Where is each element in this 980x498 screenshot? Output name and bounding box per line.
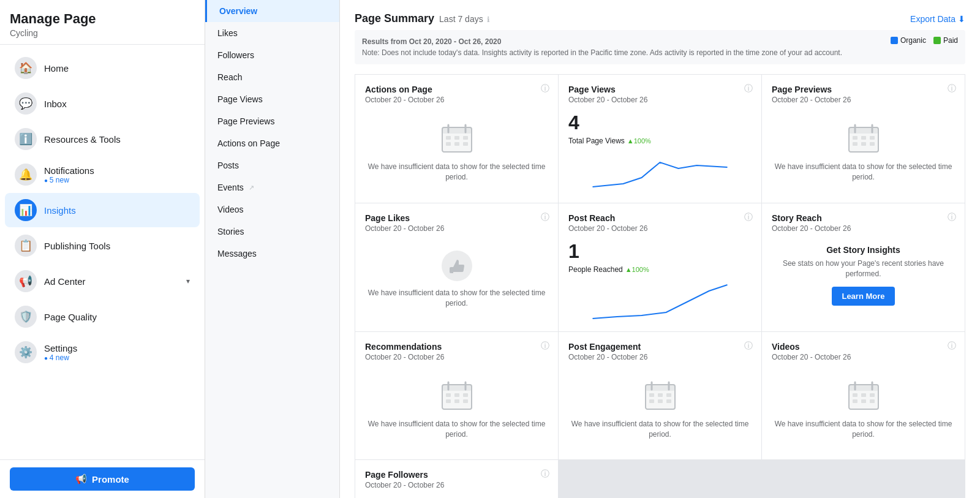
- subnav-item-page_views[interactable]: Page Views: [205, 88, 339, 110]
- legend-organic: Organic: [891, 36, 926, 45]
- svg-rect-42: [649, 399, 654, 403]
- sidebar-item-home[interactable]: 🏠 Home: [5, 51, 200, 85]
- card-info-icon-page_previews[interactable]: ⓘ: [948, 83, 956, 94]
- nav-badge-settings: 4 new: [44, 353, 77, 362]
- page-summary-label: Page Summary: [355, 12, 434, 25]
- card-info-icon-actions_on_page[interactable]: ⓘ: [541, 83, 549, 94]
- svg-rect-7: [463, 136, 468, 140]
- subnav-label-posts: Posts: [217, 160, 239, 170]
- subnav-item-events[interactable]: Events ↗: [205, 176, 339, 198]
- subnav-label-page_previews: Page Previews: [217, 116, 274, 126]
- subnav-item-reach[interactable]: Reach: [205, 66, 339, 88]
- card-title-page_previews: Page Previews: [772, 85, 955, 94]
- card-info-icon-post_reach[interactable]: ⓘ: [744, 212, 753, 223]
- card-info-icon-recommendations[interactable]: ⓘ: [541, 341, 549, 352]
- export-data-button[interactable]: Export Data ⬇: [910, 14, 965, 24]
- card-info-icon-page_views[interactable]: ⓘ: [744, 83, 753, 94]
- nav-label-wrap-notifications: Notifications 5 new: [44, 165, 94, 184]
- svg-rect-52: [870, 393, 875, 397]
- period-info-icon: ℹ: [487, 15, 490, 24]
- card-stat-post_reach: People Reached ▲100%: [568, 265, 752, 274]
- sidebar-item-insights[interactable]: 📊 Insights: [5, 193, 200, 227]
- chart-page_views: [568, 150, 752, 193]
- nav-icon-notifications: 🔔: [15, 164, 37, 186]
- subnav-item-messages[interactable]: Messages: [205, 243, 339, 265]
- card-info-icon-videos[interactable]: ⓘ: [948, 341, 956, 352]
- subnav-label-followers: Followers: [217, 50, 254, 60]
- sidebar-item-adcenter[interactable]: 📢 Ad Center ▾: [5, 264, 200, 298]
- insufficient-text-recommendations: We have insufficient data to show for th…: [365, 419, 548, 440]
- insufficient-data-videos: We have insufficient data to show for th…: [772, 369, 955, 450]
- nav-label-wrap-home: Home: [44, 63, 69, 74]
- card-date-videos: October 20 - October 26: [772, 353, 955, 361]
- card-title-post_reach: Post Reach: [568, 213, 752, 223]
- cards-grid: Actions on Page October 20 - October 26 …: [355, 74, 965, 498]
- chevron-down-icon: ▾: [186, 277, 190, 285]
- sidebar-item-settings[interactable]: ⚙️ Settings 4 new: [5, 335, 200, 369]
- subnav-label-stories: Stories: [217, 227, 244, 236]
- subnav-item-followers[interactable]: Followers: [205, 44, 339, 66]
- card-date-page_followers: October 20 - October 26: [365, 481, 548, 489]
- subnav-item-stories[interactable]: Stories: [205, 221, 339, 243]
- card-title-story_reach: Story Reach: [772, 213, 955, 223]
- card-info-icon-post_engagement[interactable]: ⓘ: [744, 341, 753, 352]
- sidebar-item-publishing[interactable]: 📋 Publishing Tools: [5, 228, 200, 263]
- card-date-actions_on_page: October 20 - October 26: [365, 96, 548, 104]
- subnav-item-page_previews[interactable]: Page Previews: [205, 110, 339, 132]
- nav-label-publishing: Publishing Tools: [44, 241, 110, 251]
- svg-rect-50: [853, 393, 858, 397]
- card-page_views: Page Views October 20 - October 26 ⓘ 4 T…: [559, 75, 761, 203]
- learn-more-button[interactable]: Learn More: [832, 287, 894, 306]
- sidebar-item-notifications[interactable]: 🔔 Notifications 5 new: [5, 157, 200, 192]
- nav-icon-adcenter: 📢: [15, 270, 37, 292]
- subnav-item-actions_on_page[interactable]: Actions on Page: [205, 132, 339, 154]
- card-page_likes: Page Likes October 20 - October 26 ⓘ We …: [355, 203, 558, 331]
- card-title-actions_on_page: Actions on Page: [365, 85, 548, 94]
- subnav-item-posts[interactable]: Posts: [205, 154, 339, 176]
- subnav-item-overview[interactable]: Overview: [205, 0, 339, 22]
- insufficient-data-page_likes: We have insufficient data to show for th…: [365, 240, 548, 319]
- insufficient-data-page_previews: We have insufficient data to show for th…: [772, 111, 955, 192]
- chart-post_reach: [568, 279, 752, 322]
- stat-change-post_reach: ▲100%: [625, 266, 649, 273]
- card-actions_on_page: Actions on Page October 20 - October 26 …: [355, 75, 558, 203]
- card-info-icon-story_reach[interactable]: ⓘ: [948, 212, 956, 223]
- subnav-label-actions_on_page: Actions on Page: [217, 138, 280, 148]
- info-banner: Results from Oct 20, 2020 - Oct 26, 2020…: [355, 30, 965, 64]
- promote-button[interactable]: 📢 Promote: [10, 467, 195, 491]
- card-date-story_reach: October 20 - October 26: [772, 224, 955, 233]
- sidebar-item-resources[interactable]: ℹ️ Resources & Tools: [5, 122, 200, 156]
- card-info-icon-page_likes[interactable]: ⓘ: [541, 212, 549, 223]
- svg-rect-55: [870, 399, 875, 403]
- svg-rect-6: [454, 136, 459, 140]
- sidebar-item-inbox[interactable]: 💬 Inbox: [5, 86, 200, 121]
- svg-rect-44: [666, 399, 671, 403]
- nav-label-wrap-insights: Insights: [44, 205, 76, 216]
- subnav-item-videos[interactable]: Videos: [205, 198, 339, 221]
- chart-legend: Organic Paid: [891, 36, 958, 45]
- page-summary-title-wrap: Page Summary Last 7 days ℹ: [355, 12, 490, 25]
- legend-paid-dot: [933, 37, 941, 44]
- svg-rect-20: [861, 142, 866, 146]
- svg-rect-16: [853, 136, 858, 140]
- nav-label-settings: Settings: [44, 343, 77, 353]
- sidebar-item-pagequality[interactable]: 🛡️ Page Quality: [5, 300, 200, 334]
- card-post_engagement: Post Engagement October 20 - October 26 …: [559, 332, 761, 459]
- subnav-item-likes[interactable]: Likes: [205, 22, 339, 44]
- card-story_reach: Story Reach October 20 - October 26 ⓘ Ge…: [762, 203, 965, 331]
- card-title-recommendations: Recommendations: [365, 342, 548, 352]
- insufficient-text-videos: We have insufficient data to show for th…: [772, 419, 955, 440]
- subnav-label-events: Events: [217, 183, 244, 192]
- story-reach-title: Get Story Insights: [772, 245, 955, 255]
- subnav-label-likes: Likes: [217, 28, 238, 38]
- card-info-icon-page_followers[interactable]: ⓘ: [541, 469, 549, 480]
- insufficient-text-actions_on_page: We have insufficient data to show for th…: [365, 162, 548, 183]
- calendar-icon: [846, 121, 881, 156]
- nav-label-notifications: Notifications: [44, 165, 94, 176]
- calendar-icon: [440, 379, 474, 413]
- card-recommendations: Recommendations October 20 - October 26 …: [355, 332, 558, 459]
- svg-rect-17: [861, 136, 866, 140]
- page-summary-header: Page Summary Last 7 days ℹ Export Data ⬇: [355, 12, 965, 25]
- sidebar-header: Manage Page Cycling: [0, 0, 205, 45]
- stat-change-page_views: ▲100%: [627, 137, 651, 145]
